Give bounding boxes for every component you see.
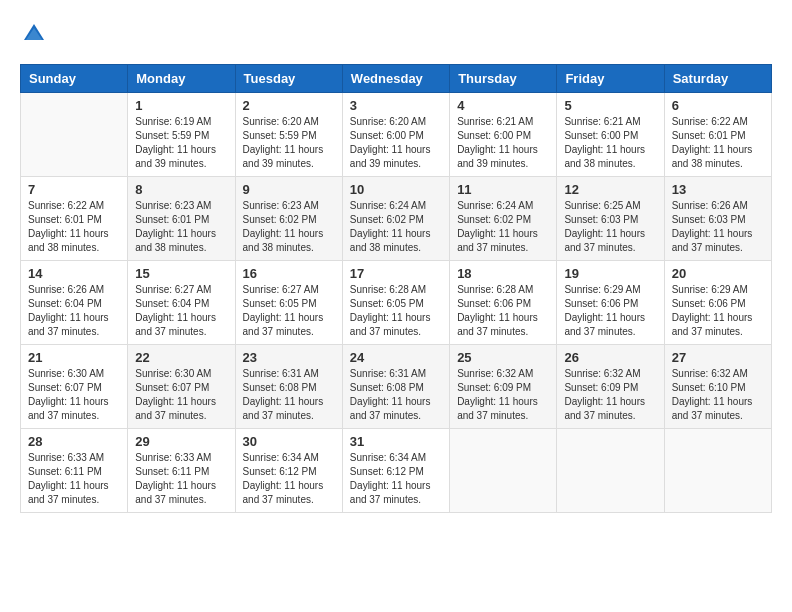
calendar-cell: 17Sunrise: 6:28 AMSunset: 6:05 PMDayligh… <box>342 261 449 345</box>
day-info: Sunrise: 6:30 AMSunset: 6:07 PMDaylight:… <box>135 367 227 423</box>
calendar-cell: 21Sunrise: 6:30 AMSunset: 6:07 PMDayligh… <box>21 345 128 429</box>
day-info: Sunrise: 6:27 AMSunset: 6:04 PMDaylight:… <box>135 283 227 339</box>
day-info: Sunrise: 6:29 AMSunset: 6:06 PMDaylight:… <box>672 283 764 339</box>
day-info: Sunrise: 6:31 AMSunset: 6:08 PMDaylight:… <box>350 367 442 423</box>
logo <box>20 20 52 48</box>
day-info: Sunrise: 6:19 AMSunset: 5:59 PMDaylight:… <box>135 115 227 171</box>
day-info: Sunrise: 6:21 AMSunset: 6:00 PMDaylight:… <box>564 115 656 171</box>
page-header <box>20 20 772 48</box>
day-number: 20 <box>672 266 764 281</box>
day-info: Sunrise: 6:24 AMSunset: 6:02 PMDaylight:… <box>350 199 442 255</box>
day-number: 10 <box>350 182 442 197</box>
day-info: Sunrise: 6:25 AMSunset: 6:03 PMDaylight:… <box>564 199 656 255</box>
calendar-cell: 14Sunrise: 6:26 AMSunset: 6:04 PMDayligh… <box>21 261 128 345</box>
calendar-cell: 13Sunrise: 6:26 AMSunset: 6:03 PMDayligh… <box>664 177 771 261</box>
day-number: 6 <box>672 98 764 113</box>
day-number: 3 <box>350 98 442 113</box>
day-info: Sunrise: 6:34 AMSunset: 6:12 PMDaylight:… <box>350 451 442 507</box>
calendar-header-row: SundayMondayTuesdayWednesdayThursdayFrid… <box>21 65 772 93</box>
calendar-cell: 22Sunrise: 6:30 AMSunset: 6:07 PMDayligh… <box>128 345 235 429</box>
calendar-cell: 29Sunrise: 6:33 AMSunset: 6:11 PMDayligh… <box>128 429 235 513</box>
calendar-cell: 6Sunrise: 6:22 AMSunset: 6:01 PMDaylight… <box>664 93 771 177</box>
calendar-cell: 20Sunrise: 6:29 AMSunset: 6:06 PMDayligh… <box>664 261 771 345</box>
day-number: 22 <box>135 350 227 365</box>
day-info: Sunrise: 6:26 AMSunset: 6:03 PMDaylight:… <box>672 199 764 255</box>
day-info: Sunrise: 6:28 AMSunset: 6:05 PMDaylight:… <box>350 283 442 339</box>
calendar-cell <box>21 93 128 177</box>
day-number: 2 <box>243 98 335 113</box>
day-number: 14 <box>28 266 120 281</box>
day-number: 27 <box>672 350 764 365</box>
calendar-cell <box>557 429 664 513</box>
day-info: Sunrise: 6:21 AMSunset: 6:00 PMDaylight:… <box>457 115 549 171</box>
day-info: Sunrise: 6:27 AMSunset: 6:05 PMDaylight:… <box>243 283 335 339</box>
calendar-cell: 28Sunrise: 6:33 AMSunset: 6:11 PMDayligh… <box>21 429 128 513</box>
day-info: Sunrise: 6:31 AMSunset: 6:08 PMDaylight:… <box>243 367 335 423</box>
calendar-cell: 11Sunrise: 6:24 AMSunset: 6:02 PMDayligh… <box>450 177 557 261</box>
calendar-cell: 15Sunrise: 6:27 AMSunset: 6:04 PMDayligh… <box>128 261 235 345</box>
day-info: Sunrise: 6:32 AMSunset: 6:09 PMDaylight:… <box>564 367 656 423</box>
day-number: 26 <box>564 350 656 365</box>
day-info: Sunrise: 6:26 AMSunset: 6:04 PMDaylight:… <box>28 283 120 339</box>
day-number: 23 <box>243 350 335 365</box>
calendar-cell: 23Sunrise: 6:31 AMSunset: 6:08 PMDayligh… <box>235 345 342 429</box>
calendar-cell: 3Sunrise: 6:20 AMSunset: 6:00 PMDaylight… <box>342 93 449 177</box>
day-number: 15 <box>135 266 227 281</box>
day-number: 4 <box>457 98 549 113</box>
calendar-week-row: 21Sunrise: 6:30 AMSunset: 6:07 PMDayligh… <box>21 345 772 429</box>
day-info: Sunrise: 6:33 AMSunset: 6:11 PMDaylight:… <box>28 451 120 507</box>
calendar-cell <box>664 429 771 513</box>
calendar-cell: 30Sunrise: 6:34 AMSunset: 6:12 PMDayligh… <box>235 429 342 513</box>
day-info: Sunrise: 6:34 AMSunset: 6:12 PMDaylight:… <box>243 451 335 507</box>
day-info: Sunrise: 6:30 AMSunset: 6:07 PMDaylight:… <box>28 367 120 423</box>
calendar-week-row: 7Sunrise: 6:22 AMSunset: 6:01 PMDaylight… <box>21 177 772 261</box>
day-number: 19 <box>564 266 656 281</box>
calendar-cell: 7Sunrise: 6:22 AMSunset: 6:01 PMDaylight… <box>21 177 128 261</box>
day-number: 31 <box>350 434 442 449</box>
calendar-cell: 31Sunrise: 6:34 AMSunset: 6:12 PMDayligh… <box>342 429 449 513</box>
day-info: Sunrise: 6:23 AMSunset: 6:02 PMDaylight:… <box>243 199 335 255</box>
calendar-week-row: 14Sunrise: 6:26 AMSunset: 6:04 PMDayligh… <box>21 261 772 345</box>
day-info: Sunrise: 6:29 AMSunset: 6:06 PMDaylight:… <box>564 283 656 339</box>
day-number: 12 <box>564 182 656 197</box>
day-info: Sunrise: 6:23 AMSunset: 6:01 PMDaylight:… <box>135 199 227 255</box>
day-number: 29 <box>135 434 227 449</box>
day-info: Sunrise: 6:28 AMSunset: 6:06 PMDaylight:… <box>457 283 549 339</box>
day-number: 24 <box>350 350 442 365</box>
calendar-header-tuesday: Tuesday <box>235 65 342 93</box>
logo-icon <box>20 20 48 48</box>
calendar-cell: 5Sunrise: 6:21 AMSunset: 6:00 PMDaylight… <box>557 93 664 177</box>
day-number: 5 <box>564 98 656 113</box>
day-info: Sunrise: 6:22 AMSunset: 6:01 PMDaylight:… <box>672 115 764 171</box>
calendar-cell: 4Sunrise: 6:21 AMSunset: 6:00 PMDaylight… <box>450 93 557 177</box>
day-info: Sunrise: 6:32 AMSunset: 6:10 PMDaylight:… <box>672 367 764 423</box>
day-info: Sunrise: 6:22 AMSunset: 6:01 PMDaylight:… <box>28 199 120 255</box>
day-info: Sunrise: 6:32 AMSunset: 6:09 PMDaylight:… <box>457 367 549 423</box>
day-number: 18 <box>457 266 549 281</box>
day-info: Sunrise: 6:20 AMSunset: 5:59 PMDaylight:… <box>243 115 335 171</box>
day-number: 16 <box>243 266 335 281</box>
day-number: 21 <box>28 350 120 365</box>
day-number: 25 <box>457 350 549 365</box>
calendar-cell: 25Sunrise: 6:32 AMSunset: 6:09 PMDayligh… <box>450 345 557 429</box>
day-info: Sunrise: 6:20 AMSunset: 6:00 PMDaylight:… <box>350 115 442 171</box>
calendar-cell: 9Sunrise: 6:23 AMSunset: 6:02 PMDaylight… <box>235 177 342 261</box>
day-number: 1 <box>135 98 227 113</box>
calendar-cell: 18Sunrise: 6:28 AMSunset: 6:06 PMDayligh… <box>450 261 557 345</box>
calendar-header-wednesday: Wednesday <box>342 65 449 93</box>
day-number: 11 <box>457 182 549 197</box>
calendar-cell: 8Sunrise: 6:23 AMSunset: 6:01 PMDaylight… <box>128 177 235 261</box>
calendar-cell: 24Sunrise: 6:31 AMSunset: 6:08 PMDayligh… <box>342 345 449 429</box>
calendar-week-row: 28Sunrise: 6:33 AMSunset: 6:11 PMDayligh… <box>21 429 772 513</box>
calendar-cell: 12Sunrise: 6:25 AMSunset: 6:03 PMDayligh… <box>557 177 664 261</box>
calendar-header-sunday: Sunday <box>21 65 128 93</box>
calendar-cell: 10Sunrise: 6:24 AMSunset: 6:02 PMDayligh… <box>342 177 449 261</box>
day-number: 9 <box>243 182 335 197</box>
calendar-week-row: 1Sunrise: 6:19 AMSunset: 5:59 PMDaylight… <box>21 93 772 177</box>
day-info: Sunrise: 6:33 AMSunset: 6:11 PMDaylight:… <box>135 451 227 507</box>
day-number: 7 <box>28 182 120 197</box>
calendar-table: SundayMondayTuesdayWednesdayThursdayFrid… <box>20 64 772 513</box>
day-number: 28 <box>28 434 120 449</box>
calendar-cell: 19Sunrise: 6:29 AMSunset: 6:06 PMDayligh… <box>557 261 664 345</box>
calendar-header-friday: Friday <box>557 65 664 93</box>
